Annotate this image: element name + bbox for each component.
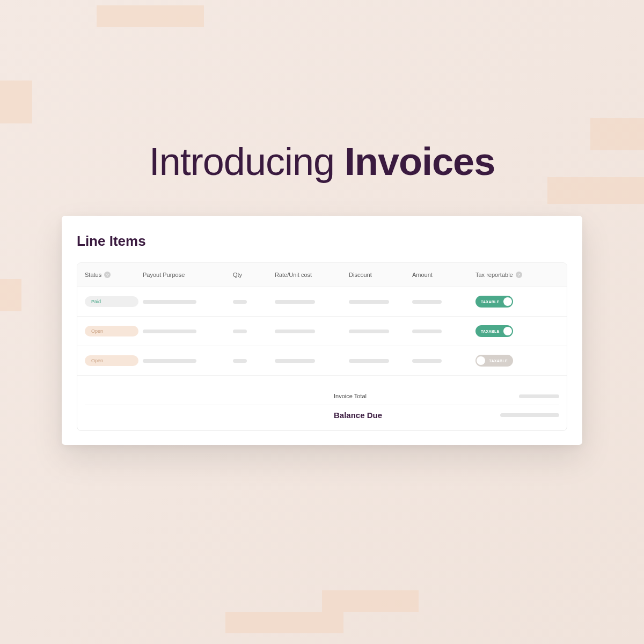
col-status: Status ? <box>85 272 138 278</box>
col-qty: Qty <box>233 272 270 278</box>
amount-placeholder <box>412 359 442 363</box>
balance-due-value <box>500 413 559 417</box>
status-badge: Paid <box>85 296 138 307</box>
discount-placeholder <box>349 330 389 333</box>
taxable-toggle[interactable]: TAXABLE <box>475 296 513 308</box>
purpose-placeholder <box>143 300 196 304</box>
headline-bold: Invoices <box>345 140 495 183</box>
table-header: Status ? Payout Purpose Qty Rate/Unit co… <box>77 263 567 287</box>
status-badge: Open <box>85 355 138 366</box>
decorative-block <box>590 118 644 150</box>
help-icon[interactable]: ? <box>104 272 111 278</box>
rate-placeholder <box>275 330 315 333</box>
decorative-block <box>547 177 644 204</box>
line-items-card: Line Items Status ? Payout Purpose Qty R… <box>62 216 582 445</box>
col-purpose: Payout Purpose <box>143 272 229 278</box>
status-badge: Open <box>85 326 138 336</box>
col-discount: Discount <box>349 272 408 278</box>
help-icon[interactable]: ? <box>516 272 522 278</box>
qty-placeholder <box>233 300 247 304</box>
card-title: Line Items <box>77 233 567 250</box>
rate-placeholder <box>275 359 315 363</box>
col-amount: Amount <box>412 272 471 278</box>
invoice-total-row: Invoice Total <box>85 387 559 405</box>
table-row: OpenTAXABLE <box>77 316 567 346</box>
purpose-placeholder <box>143 330 196 333</box>
taxable-toggle[interactable]: TAXABLE <box>475 325 513 337</box>
col-tax: Tax reportable ? <box>475 272 551 278</box>
col-rate: Rate/Unit cost <box>275 272 345 278</box>
invoice-total-label: Invoice Total <box>334 393 463 399</box>
decorative-block <box>0 80 32 123</box>
line-items-table: Status ? Payout Purpose Qty Rate/Unit co… <box>77 262 567 431</box>
taxable-toggle[interactable]: TAXABLE <box>475 355 513 367</box>
qty-placeholder <box>233 330 247 333</box>
headline-prefix: Introducing <box>149 140 345 183</box>
balance-due-row: Balance Due <box>85 405 559 425</box>
invoice-total-value <box>519 394 559 398</box>
discount-placeholder <box>349 359 389 363</box>
amount-placeholder <box>412 330 442 333</box>
table-row: PaidTAXABLE <box>77 287 567 316</box>
discount-placeholder <box>349 300 389 304</box>
purpose-placeholder <box>143 359 196 363</box>
decorative-block <box>322 590 419 612</box>
amount-placeholder <box>412 300 442 304</box>
qty-placeholder <box>233 359 247 363</box>
table-row: OpenTAXABLE <box>77 346 567 375</box>
decorative-block <box>0 279 21 311</box>
rate-placeholder <box>275 300 315 304</box>
balance-due-label: Balance Due <box>334 411 463 420</box>
decorative-block <box>225 612 343 633</box>
decorative-block <box>97 5 204 27</box>
table-footer: Invoice Total Balance Due <box>77 375 567 430</box>
